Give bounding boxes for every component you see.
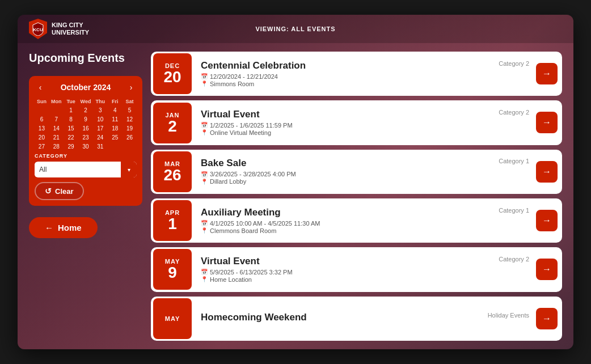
- event-category: Category 1: [499, 202, 536, 214]
- cal-day[interactable]: 10: [93, 115, 107, 124]
- cal-day[interactable]: 26: [123, 133, 137, 142]
- cal-day[interactable]: 22: [64, 133, 78, 142]
- event-day: 9: [168, 265, 177, 281]
- date-range-text: 5/9/2025 - 6/13/2025 3:32 PM: [210, 269, 293, 276]
- cal-day[interactable]: 9: [79, 115, 93, 124]
- prev-month-button[interactable]: ‹: [35, 82, 46, 93]
- event-arrow-button[interactable]: →: [536, 63, 558, 84]
- location-icon: 📍: [201, 276, 208, 282]
- cal-day[interactable]: 1: [64, 106, 78, 115]
- cal-day[interactable]: 13: [35, 124, 49, 133]
- calendar-icon: 📅: [201, 73, 208, 79]
- event-date-range: 📅 12/20/2024 - 12/21/2024: [201, 73, 492, 80]
- cal-day[interactable]: 11: [108, 115, 122, 124]
- event-location: 📍 Simmons Room: [201, 81, 492, 87]
- cal-day[interactable]: 19: [123, 124, 137, 133]
- cal-day[interactable]: 31: [93, 142, 107, 151]
- main-content: Upcoming Events ‹ October 2024 › Sun Mon…: [18, 43, 573, 349]
- cal-day[interactable]: 23: [79, 133, 93, 142]
- event-arrow-button[interactable]: →: [536, 161, 558, 183]
- cal-day[interactable]: 4: [108, 106, 122, 115]
- logo-area: KCU KING CITY UNIVERSITY: [29, 19, 89, 39]
- reset-icon: ↺: [45, 187, 52, 196]
- dow-sun: Sun: [35, 98, 49, 105]
- event-arrow-button[interactable]: →: [536, 308, 558, 329]
- dow-fri: Fri: [108, 98, 122, 105]
- event-date-badge: JAN 2: [153, 103, 192, 143]
- date-range-text: 12/20/2024 - 12/21/2024: [210, 73, 278, 80]
- cal-day[interactable]: 18: [108, 124, 122, 133]
- event-date-range: 📅 3/26/2025 - 3/28/2025 4:00 PM: [201, 171, 492, 177]
- cal-day[interactable]: 21: [49, 133, 64, 142]
- cal-day[interactable]: 15: [64, 124, 78, 133]
- cal-day[interactable]: 20: [35, 133, 49, 142]
- header: KCU KING CITY UNIVERSITY VIEWING: ALL EV…: [18, 15, 573, 43]
- location-icon: 📍: [201, 179, 208, 185]
- clear-label: Clear: [55, 187, 74, 196]
- event-category: Category 2: [499, 251, 536, 263]
- event-category: Holiday Events: [488, 307, 536, 319]
- event-location: 📍 Online Virtual Meeting: [201, 129, 492, 136]
- arrow-right-icon: →: [542, 167, 551, 177]
- location-text: Clemmons Board Room: [210, 227, 276, 234]
- location-text: Simmons Room: [210, 81, 254, 87]
- cal-day[interactable]: 16: [79, 124, 93, 133]
- location-icon: 📍: [201, 227, 208, 234]
- logo-text: KING CITY UNIVERSITY: [52, 22, 89, 36]
- dow-tue: Tue: [64, 98, 78, 105]
- event-date-badge: MAR 26: [153, 151, 192, 192]
- event-card: MAY Homecoming Weekend Holiday Events →: [151, 297, 562, 341]
- home-button[interactable]: ← Home: [29, 217, 98, 238]
- cal-day[interactable]: 24: [93, 133, 107, 142]
- cal-day[interactable]: 8: [64, 115, 78, 124]
- event-card-inner: Virtual Event 📅 5/9/2025 - 6/13/2025 3:3…: [194, 251, 562, 288]
- category-select[interactable]: All Category 1 Category 2 Holiday Events: [35, 162, 121, 177]
- event-arrow-button[interactable]: →: [536, 259, 558, 280]
- cal-day: [49, 106, 64, 115]
- event-date-badge: MAY: [153, 298, 192, 339]
- cal-day[interactable]: 7: [49, 115, 64, 124]
- event-title: Bake Sale: [201, 158, 492, 169]
- clear-button[interactable]: ↺ Clear: [35, 182, 84, 200]
- cal-day[interactable]: 25: [108, 133, 122, 142]
- cal-day[interactable]: 6: [35, 115, 49, 124]
- cal-day[interactable]: 2: [79, 106, 93, 115]
- category-section: CATEGORY All Category 1 Category 2 Holid…: [35, 153, 137, 177]
- event-info: Auxiliary Meeting 📅 4/1/2025 10:00 AM - …: [194, 202, 499, 239]
- cal-day: [108, 142, 122, 151]
- arrow-left-icon: ←: [45, 223, 53, 232]
- cal-day[interactable]: 5: [123, 106, 137, 115]
- event-title: Centennial Celebration: [201, 60, 492, 71]
- cal-day[interactable]: 12: [123, 115, 137, 124]
- location-icon: 📍: [201, 129, 208, 136]
- cal-day[interactable]: 17: [93, 124, 107, 133]
- cal-day[interactable]: 3: [93, 106, 107, 115]
- event-card: APR 1 Auxiliary Meeting 📅 4/1/2025 10:00…: [151, 198, 562, 243]
- events-list: DEC 20 Centennial Celebration 📅 12/20/20…: [151, 52, 562, 341]
- cal-day[interactable]: 30: [79, 142, 93, 151]
- calendar-grid: Sun Mon Tue Wed Thu Fri Sat 1 2 3 4 5: [35, 98, 137, 151]
- event-title: Virtual Event: [201, 256, 492, 267]
- dow-wed: Wed: [79, 98, 93, 105]
- event-month: MAY: [165, 315, 180, 322]
- arrow-right-icon: →: [542, 117, 551, 128]
- event-title: Homecoming Weekend: [201, 312, 481, 323]
- cal-day[interactable]: 29: [64, 142, 78, 151]
- event-title: Virtual Event: [201, 109, 492, 120]
- event-arrow-button[interactable]: →: [536, 112, 558, 133]
- cal-day[interactable]: 27: [35, 142, 49, 151]
- event-date-badge: MAY 9: [153, 249, 192, 290]
- cal-day[interactable]: 28: [49, 142, 64, 151]
- event-location: 📍 Home Location: [201, 276, 492, 283]
- event-day: 1: [168, 216, 177, 232]
- event-day: 26: [163, 167, 181, 183]
- event-card-inner: Auxiliary Meeting 📅 4/1/2025 10:00 AM - …: [194, 202, 562, 239]
- event-arrow-button[interactable]: →: [536, 210, 558, 231]
- event-category: Category 2: [499, 104, 536, 116]
- home-label: Home: [58, 223, 82, 232]
- category-dropdown-button[interactable]: ▾: [121, 162, 137, 177]
- event-date-badge: DEC 20: [153, 53, 192, 94]
- location-icon: 📍: [201, 81, 208, 87]
- cal-day[interactable]: 14: [49, 124, 64, 133]
- next-month-button[interactable]: ›: [125, 82, 137, 93]
